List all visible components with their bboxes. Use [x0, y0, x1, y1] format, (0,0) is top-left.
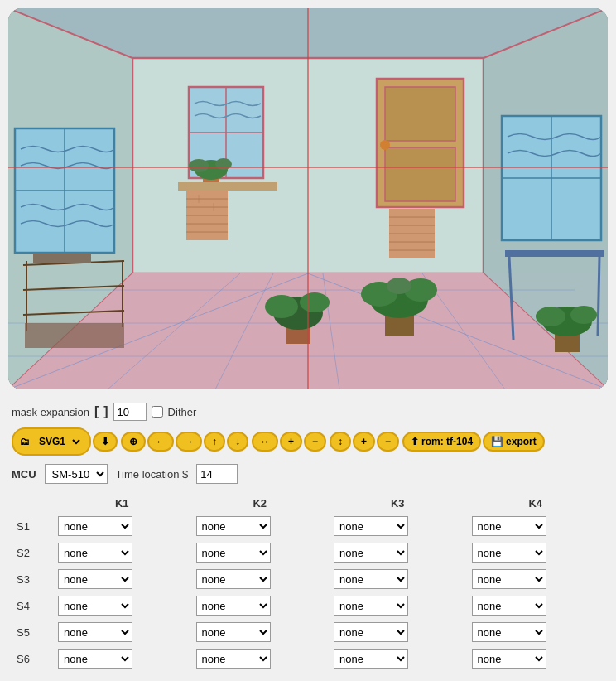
v-pipe-icon: ↕	[338, 436, 343, 447]
cell-s2-k3: noneinput1input2input3	[329, 539, 467, 566]
select-s1-k3[interactable]: noneinput1input2input3	[334, 516, 408, 536]
select-s2-k4[interactable]: noneinput1input2input3	[472, 543, 546, 563]
cell-s4-k2: noneinput1input2input3	[191, 592, 330, 619]
select-s1-k2[interactable]: noneinput1input2input3	[196, 516, 271, 536]
mask-bracket-right: ]	[103, 404, 108, 419]
cell-s3-k3: noneinput1input2input3	[329, 566, 467, 592]
cell-s1-k1: noneinput1input2input3	[53, 513, 191, 539]
col-header-empty	[12, 494, 53, 513]
download-icon: ⬇	[101, 436, 109, 447]
h-minus-button[interactable]: −	[304, 432, 326, 452]
select-s6-k3[interactable]: noneinput1input2input3	[334, 649, 408, 669]
cell-s3-k2: noneinput1input2input3	[191, 566, 330, 592]
mask-expansion-input[interactable]	[113, 403, 147, 421]
arrow-left-button[interactable]: ←	[147, 432, 174, 452]
select-s6-k2[interactable]: noneinput1input2input3	[196, 649, 271, 669]
rom-button[interactable]: ⬆ rom: tf-104	[402, 432, 481, 452]
arrow-up-button[interactable]: ↑	[204, 432, 225, 452]
arrow-down-button[interactable]: ↓	[227, 432, 248, 452]
cell-s5-k4: noneinput1input2input3	[467, 619, 605, 645]
svg-group: 🗂 SVG1 SVG2 SVG3 ⬇	[12, 427, 118, 456]
select-s4-k2[interactable]: noneinput1input2input3	[196, 596, 271, 616]
col-header-k2: K2	[191, 494, 330, 513]
select-s6-k4[interactable]: noneinput1input2input3	[472, 649, 546, 669]
arrow-right-button[interactable]: →	[176, 432, 202, 452]
select-s1-k1[interactable]: noneinput1input2input3	[58, 516, 132, 536]
mcu-row: MCU SM-510 SM-511 SM-512 Time location $	[12, 464, 604, 484]
plus-circle-icon: ⊕	[129, 436, 137, 447]
cell-s2-k2: noneinput1input2input3	[191, 539, 330, 566]
cell-s6-k2: noneinput1input2input3	[191, 645, 330, 672]
table-row: S2noneinput1input2input3noneinput1input2…	[12, 539, 604, 566]
select-s5-k4[interactable]: noneinput1input2input3	[472, 622, 546, 642]
table-header-row: K1 K2 K3 K4	[12, 494, 604, 513]
select-s4-k3[interactable]: noneinput1input2input3	[334, 596, 408, 616]
svg-rect-38	[385, 147, 455, 201]
dither-checkbox[interactable]	[152, 406, 163, 418]
v-plus-button[interactable]: +	[353, 432, 375, 452]
h-plus-icon: +	[288, 436, 294, 447]
cell-s1-k4: noneinput1input2input3	[467, 513, 605, 539]
export-button[interactable]: 💾 export	[483, 432, 545, 452]
select-s3-k2[interactable]: noneinput1input2input3	[196, 569, 271, 589]
v-minus-button[interactable]: −	[377, 432, 399, 452]
layers-icon-button[interactable]: 🗂 SVG1 SVG2 SVG3	[12, 427, 91, 456]
row-label-s5: S5	[12, 619, 53, 645]
download-button[interactable]: ⬇	[93, 432, 118, 452]
mcu-select[interactable]: SM-510 SM-511 SM-512	[45, 464, 108, 484]
time-location-input[interactable]	[196, 464, 238, 484]
arrow-left-icon: ←	[156, 436, 166, 447]
select-s5-k2[interactable]: noneinput1input2input3	[196, 622, 271, 642]
select-s3-k3[interactable]: noneinput1input2input3	[334, 569, 408, 589]
cell-s5-k3: noneinput1input2input3	[329, 619, 467, 645]
v-plus-icon: +	[361, 436, 367, 447]
select-s4-k4[interactable]: noneinput1input2input3	[472, 596, 546, 616]
controls-area: mask expansion [ ] Dither 🗂 SVG1 SVG2 SV…	[8, 398, 608, 677]
row-label-s3: S3	[12, 566, 53, 592]
svg-rect-23	[178, 182, 277, 191]
select-s5-k3[interactable]: noneinput1input2input3	[334, 622, 408, 642]
mask-row: mask expansion [ ] Dither	[12, 403, 604, 421]
select-s5-k1[interactable]: noneinput1input2input3	[58, 622, 132, 642]
arrow-up-icon: ↑	[212, 436, 217, 447]
select-s3-k4[interactable]: noneinput1input2input3	[472, 569, 546, 589]
select-s2-k3[interactable]: noneinput1input2input3	[334, 543, 408, 563]
select-s1-k4[interactable]: noneinput1input2input3	[472, 516, 546, 536]
svg-rect-59	[505, 250, 604, 257]
cell-s5-k2: noneinput1input2input3	[191, 619, 330, 645]
svg-rect-54	[33, 253, 91, 263]
cell-s1-k2: noneinput1input2input3	[191, 513, 330, 539]
cell-s4-k4: noneinput1input2input3	[467, 592, 605, 619]
cell-s6-k3: noneinput1input2input3	[329, 645, 467, 672]
h-expand-icon: ↔	[260, 436, 270, 447]
h-expand-button[interactable]: ↔	[252, 432, 278, 452]
cell-s1-k3: noneinput1input2input3	[329, 513, 467, 539]
select-s6-k1[interactable]: noneinput1input2input3	[58, 649, 132, 669]
svg-point-70	[387, 278, 411, 294]
layers-icon: 🗂	[20, 436, 30, 447]
svg-point-74	[570, 306, 597, 324]
svg-select[interactable]: SVG1 SVG2 SVG3	[32, 432, 83, 452]
select-s2-k1[interactable]: noneinput1input2input3	[58, 543, 132, 563]
h-minus-icon: −	[312, 436, 318, 447]
row-label-s4: S4	[12, 592, 53, 619]
config-table: K1 K2 K3 K4 S1noneinput1input2input3none…	[12, 494, 604, 672]
mask-expansion-label: mask expansion	[12, 406, 89, 418]
table-row: S3noneinput1input2input3noneinput1input2…	[12, 566, 604, 592]
svg-rect-55	[25, 323, 124, 348]
col-header-k1: K1	[53, 494, 191, 513]
select-s2-k2[interactable]: noneinput1input2input3	[196, 543, 271, 563]
select-s4-k1[interactable]: noneinput1input2input3	[58, 596, 132, 616]
table-row: S1noneinput1input2input3noneinput1input2…	[12, 513, 604, 539]
move-group: ⊕ ← → ↑ ↓	[121, 432, 248, 452]
v-minus-icon: −	[385, 436, 391, 447]
export-icon: 💾	[491, 436, 503, 447]
arrow-down-icon: ↓	[235, 436, 240, 447]
col-header-k4: K4	[467, 494, 605, 513]
v-pipe-button[interactable]: ↕	[330, 432, 351, 452]
select-s3-k1[interactable]: noneinput1input2input3	[58, 569, 132, 589]
cell-s2-k4: noneinput1input2input3	[467, 539, 605, 566]
add-button[interactable]: ⊕	[121, 432, 146, 452]
row-label-s1: S1	[12, 513, 53, 539]
h-plus-button[interactable]: +	[280, 432, 302, 452]
